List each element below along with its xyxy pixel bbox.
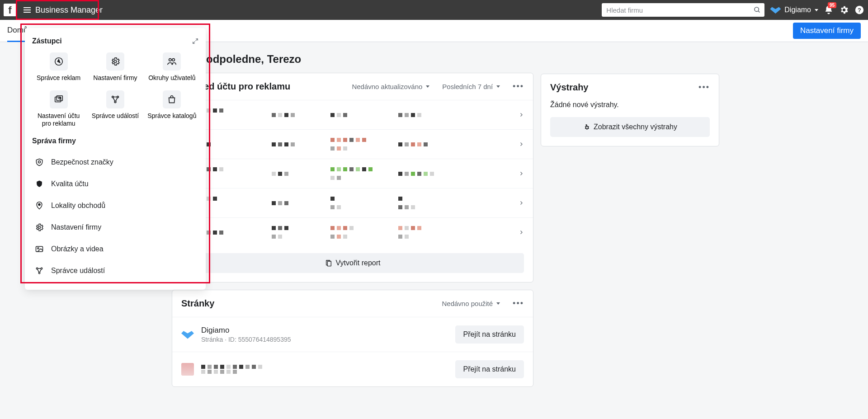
card-title: Výstrahy bbox=[550, 82, 589, 93]
svg-rect-9 bbox=[57, 95, 62, 100]
shortcut-label: Správce událostí bbox=[92, 112, 139, 120]
page-name[interactable]: Digiamo bbox=[201, 326, 291, 335]
shortcut-catalog-manager[interactable]: Správce katalogů bbox=[146, 90, 198, 128]
more-options-button[interactable]: ••• bbox=[698, 83, 710, 92]
svg-point-6 bbox=[169, 59, 172, 61]
ad-account-row[interactable] bbox=[172, 100, 533, 129]
hamburger-icon bbox=[24, 7, 31, 13]
notification-badge: 95 bbox=[828, 2, 836, 8]
svg-rect-23 bbox=[327, 261, 331, 266]
settings-gear-icon[interactable] bbox=[839, 5, 849, 15]
events-icon bbox=[34, 266, 45, 275]
shortcuts-heading: Zástupci bbox=[32, 37, 198, 45]
sort-dropdown[interactable]: Nedávno aktualizováno bbox=[352, 83, 429, 90]
card-header: Výstrahy ••• bbox=[541, 74, 719, 101]
shortcut-business-settings[interactable]: Nastavení firmy bbox=[89, 52, 142, 82]
business-logo-icon bbox=[770, 5, 781, 14]
ad-accounts-card: Přehled účtu pro reklamu Nedávno aktuali… bbox=[172, 73, 533, 282]
ad-account-row[interactable] bbox=[172, 217, 533, 247]
events-icon bbox=[106, 90, 124, 108]
business-settings-button[interactable]: Nastavení firmy bbox=[793, 23, 861, 39]
svg-point-13 bbox=[114, 101, 116, 103]
go-to-page-button[interactable]: Přejít na stránku bbox=[455, 325, 524, 344]
chevron-right-icon bbox=[519, 229, 524, 236]
topbar: f Business Manager Digiamo 95 ? bbox=[0, 0, 868, 20]
svg-rect-17 bbox=[36, 246, 43, 252]
page-sub-redacted bbox=[201, 370, 262, 374]
svg-line-1 bbox=[758, 11, 760, 12]
svg-text:?: ? bbox=[858, 7, 861, 14]
go-to-page-button[interactable]: Přejít na stránku bbox=[455, 360, 524, 378]
chevron-right-icon bbox=[519, 141, 524, 148]
svg-point-19 bbox=[36, 268, 38, 269]
right-column: Výstrahy ••• Žádné nové výstrahy. Zobraz… bbox=[541, 49, 719, 154]
compass-icon bbox=[50, 52, 68, 71]
menu-images-videos[interactable]: Obrázky a videa bbox=[32, 239, 198, 259]
caret-down-icon bbox=[426, 85, 429, 88]
svg-point-12 bbox=[117, 96, 119, 98]
menu-label: Kvalita účtu bbox=[51, 180, 89, 188]
menu-label: Obrázky a videa bbox=[51, 245, 104, 253]
left-column: Dobré odpoledne, Terezo Přehled účtu pro… bbox=[172, 49, 533, 394]
shortcut-label: Okruhy uživatelů bbox=[148, 74, 195, 82]
menu-brand-safety[interactable]: Bezpečnost značky bbox=[32, 152, 198, 172]
location-pin-icon bbox=[34, 201, 45, 210]
shortcut-ads-manager[interactable]: Správce reklam bbox=[32, 52, 85, 82]
mega-menu: Zástupci Správce reklam Nastavení firmy … bbox=[25, 28, 206, 290]
menu-label: Lokality obchodů bbox=[51, 202, 105, 210]
facebook-logo-icon[interactable]: f bbox=[4, 4, 16, 16]
menu-business-settings[interactable]: Nastavení firmy bbox=[32, 217, 198, 237]
pages-card: Stránky Nedávno použité ••• Digiamo Strá… bbox=[172, 290, 533, 387]
menu-account-quality[interactable]: Kvalita účtu bbox=[32, 174, 198, 194]
caret-down-icon bbox=[496, 302, 500, 305]
menu-store-locations[interactable]: Lokality obchodů bbox=[32, 196, 198, 216]
create-report-button[interactable]: Vytvořit report bbox=[181, 253, 524, 273]
search-icon[interactable] bbox=[754, 6, 761, 14]
card-title: Stránky bbox=[181, 298, 214, 309]
svg-point-15 bbox=[38, 203, 40, 205]
svg-point-14 bbox=[38, 160, 41, 163]
card-header: Přehled účtu pro reklamu Nedávno aktuali… bbox=[172, 73, 533, 100]
caret-down-icon bbox=[815, 9, 818, 11]
page-sub: Stránka · ID: 555076414895395 bbox=[201, 336, 291, 343]
shortcut-ad-account-settings[interactable]: Nastavení účtu pro reklamu bbox=[32, 90, 85, 128]
help-icon[interactable]: ? bbox=[854, 5, 864, 15]
pages-sort-dropdown[interactable]: Nedávno použité bbox=[442, 300, 500, 307]
expand-icon[interactable] bbox=[192, 38, 198, 44]
chevron-right-icon bbox=[519, 170, 524, 177]
card-header: Stránky Nedávno použité ••• bbox=[172, 290, 533, 317]
notifications-button[interactable]: 95 bbox=[824, 5, 834, 15]
ad-account-row[interactable] bbox=[172, 188, 533, 217]
ad-account-row[interactable] bbox=[172, 159, 533, 188]
caret-down-icon bbox=[496, 85, 500, 88]
svg-point-18 bbox=[38, 247, 39, 249]
billing-icon bbox=[50, 90, 68, 108]
shortcut-label: Správce katalogů bbox=[147, 112, 196, 120]
more-options-button[interactable]: ••• bbox=[513, 82, 524, 91]
media-icon bbox=[34, 245, 45, 254]
alerts-empty-text: Žádné nové výstrahy. bbox=[550, 101, 710, 109]
shortcut-audiences[interactable]: Okruhy uživatelů bbox=[146, 52, 198, 82]
search-input[interactable] bbox=[602, 3, 764, 17]
view-all-alerts-button[interactable]: Zobrazit všechny výstrahy bbox=[550, 117, 710, 137]
greeting: Dobré odpoledne, Terezo bbox=[172, 53, 533, 66]
business-name: Digiamo bbox=[784, 6, 811, 14]
page-logo-icon bbox=[181, 363, 194, 376]
menu-events-manager[interactable]: Správce událostí bbox=[32, 261, 198, 281]
app-title: Business Manager bbox=[35, 5, 103, 15]
ad-account-row[interactable] bbox=[172, 129, 533, 159]
svg-point-5 bbox=[114, 60, 117, 63]
shortcut-label: Správce reklam bbox=[37, 74, 80, 82]
shortcut-events-manager[interactable]: Správce událostí bbox=[89, 90, 142, 128]
more-options-button[interactable]: ••• bbox=[513, 299, 524, 308]
shortcuts-heading-label: Zástupci bbox=[32, 37, 62, 45]
svg-point-21 bbox=[38, 272, 40, 273]
daterange-dropdown[interactable]: Posledních 7 dní bbox=[442, 83, 500, 90]
search-wrap bbox=[602, 3, 764, 17]
gear-icon bbox=[34, 223, 45, 232]
chevron-right-icon bbox=[519, 111, 524, 118]
svg-point-10 bbox=[59, 97, 61, 99]
business-picker[interactable]: Digiamo bbox=[770, 5, 818, 14]
page-name-redacted bbox=[201, 365, 262, 369]
business-manager-menu-toggle[interactable]: Business Manager bbox=[18, 0, 108, 20]
